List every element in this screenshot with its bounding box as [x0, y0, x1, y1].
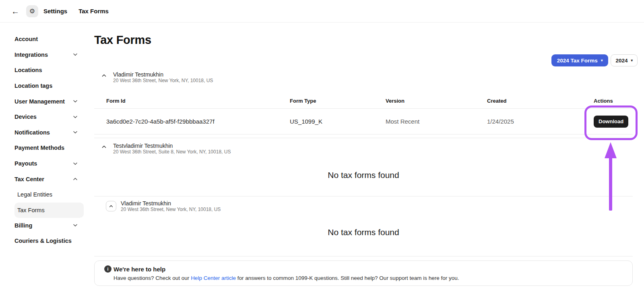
- year-select-value: 2024: [615, 58, 627, 64]
- sidebar-item-locations[interactable]: Locations: [14, 62, 84, 78]
- sidebar-item-label: Billing: [14, 222, 32, 229]
- sidebar-item-label: Location tags: [14, 83, 52, 89]
- help-body: Have questions? Check out our Help Cente…: [104, 275, 623, 281]
- column-header-form-id: Form Id: [94, 98, 290, 104]
- chevron-down-icon: [73, 131, 77, 134]
- info-icon: i: [104, 265, 111, 273]
- cell-created: 1/24/2025: [487, 118, 594, 125]
- help-body-suffix: for answers to common 1099-K questions. …: [236, 275, 459, 281]
- gear-icon: ⚙: [29, 8, 35, 14]
- sidebar-item-label: Devices: [14, 114, 37, 120]
- entity-section-1: Vladimir Testmukhin 20 West 36th Street,…: [94, 72, 633, 134]
- sidebar-item-user-management[interactable]: User Management: [14, 93, 84, 109]
- column-header-actions: Actions: [594, 98, 633, 104]
- year-select[interactable]: 2024 ▾: [611, 54, 638, 66]
- sidebar-item-label: Notifications: [14, 129, 50, 136]
- sidebar-item-label: Tax Center: [14, 176, 44, 182]
- year-controls: 2024 Tax Forms ▾ 2024 ▾: [551, 54, 638, 66]
- sidebar-item-payouts[interactable]: Payouts: [14, 156, 84, 172]
- sidebar-item-label: Tax Forms: [17, 207, 45, 213]
- sidebar-item-legal-entities[interactable]: Legal Entities: [14, 187, 84, 203]
- collapse-chevron-up-icon[interactable]: [102, 74, 106, 84]
- topbar: ← ⚙ Settings Tax Forms: [0, 0, 644, 23]
- entity-header: Testvladimir Testmukhin 20 West 36th Str…: [102, 143, 633, 155]
- back-arrow-icon[interactable]: ←: [11, 7, 19, 15]
- cell-form-type: US_1099_K: [290, 118, 386, 125]
- entity-address: 20 West 36th Street, Suite 8, New York, …: [113, 149, 231, 155]
- no-tax-forms-message: No tax forms found: [94, 228, 633, 256]
- settings-gear-button[interactable]: ⚙: [26, 5, 38, 17]
- entity-name: Vladimir Testmukhin: [113, 72, 213, 78]
- year-tax-forms-label: 2024 Tax Forms: [557, 58, 598, 64]
- collapse-chevron-up-icon[interactable]: [102, 145, 106, 155]
- help-box: i We're here to help Have questions? Che…: [94, 261, 633, 286]
- sidebar-item-account[interactable]: Account: [14, 31, 84, 47]
- table-row: 3a6cd0e2-7c20-4a5b-af5f-f29bbbaa327f US_…: [94, 109, 633, 134]
- entity-section-2: Testvladimir Testmukhin 20 West 36th Str…: [94, 138, 633, 196]
- caret-down-icon: ▾: [601, 59, 603, 62]
- chevron-down-icon: [73, 224, 77, 227]
- entity-name: Vladimir Testmukhin: [121, 201, 221, 207]
- breadcrumb-tax-forms[interactable]: Tax Forms: [78, 8, 109, 14]
- year-tax-forms-button[interactable]: 2024 Tax Forms ▾: [551, 54, 609, 66]
- sidebar-item-label: Locations: [14, 67, 42, 73]
- sidebar-item-notifications[interactable]: Notifications: [14, 125, 84, 141]
- entity-header: Vladimir Testmukhin 20 West 36th Street,…: [102, 201, 633, 213]
- sidebar-item-tax-forms[interactable]: Tax Forms: [14, 203, 84, 218]
- sidebar-item-label: Payment Methods: [14, 145, 64, 151]
- cell-actions: Download: [594, 116, 633, 128]
- help-center-link[interactable]: Help Center article: [191, 275, 236, 281]
- sidebar-item-label: User Management: [14, 98, 65, 105]
- help-title: We're here to help: [114, 266, 165, 273]
- caret-down-icon: ▾: [631, 59, 633, 62]
- main-content: Tax Forms 2024 Tax Forms ▾ 2024 ▾ Vladim…: [94, 23, 644, 302]
- help-body-prefix: Have questions? Check out our: [114, 275, 191, 281]
- column-header-created: Created: [487, 98, 594, 104]
- chevron-down-icon: [73, 162, 77, 165]
- sidebar-item-label: Integrations: [14, 52, 48, 58]
- sidebar-item-label: Account: [14, 36, 38, 42]
- sidebar-item-devices[interactable]: Devices: [14, 109, 84, 125]
- sidebar-item-tax-center[interactable]: Tax Center: [14, 171, 84, 187]
- sidebar-item-label: Payouts: [14, 160, 37, 167]
- sidebar-item-label: Couriers & Logistics: [14, 238, 72, 244]
- sidebar-item-payment-methods[interactable]: Payment Methods: [14, 140, 84, 156]
- sidebar-item-billing[interactable]: Billing: [14, 218, 84, 234]
- chevron-down-icon: [73, 53, 77, 56]
- divider: [94, 256, 633, 256]
- page-title: Tax Forms: [94, 32, 633, 48]
- download-button[interactable]: Download: [594, 116, 628, 128]
- chevron-down-icon: [73, 100, 77, 103]
- table-header-row: Form Id Form Type Version Created Action…: [94, 93, 633, 109]
- tax-forms-table: Form Id Form Type Version Created Action…: [94, 93, 633, 134]
- collapse-chevron-button[interactable]: [106, 201, 116, 211]
- chevron-up-icon: [73, 178, 77, 180]
- sidebar-item-integrations[interactable]: Integrations: [14, 47, 84, 63]
- cell-version: Most Recent: [386, 118, 487, 125]
- sidebar-item-label: Legal Entities: [17, 191, 52, 198]
- entity-section-3: Vladimir Testmukhin 20 West 36th Street,…: [94, 196, 633, 256]
- entity-header: Vladimir Testmukhin 20 West 36th Street,…: [102, 72, 633, 84]
- no-tax-forms-message: No tax forms found: [94, 170, 633, 196]
- chevron-down-icon: [73, 116, 77, 118]
- entity-name: Testvladimir Testmukhin: [113, 143, 231, 149]
- column-header-version: Version: [386, 98, 487, 104]
- entity-address: 20 West 36th Street, New York, NY, 10018…: [121, 207, 221, 213]
- entity-address: 20 West 36th Street, New York, NY, 10018…: [113, 78, 213, 84]
- sidebar-item-couriers-logistics[interactable]: Couriers & Logistics: [14, 233, 84, 249]
- column-header-form-type: Form Type: [290, 98, 386, 104]
- sidebar-item-location-tags[interactable]: Location tags: [14, 78, 84, 94]
- breadcrumb-settings[interactable]: Settings: [43, 8, 67, 14]
- settings-sidebar: Account Integrations Locations Location …: [0, 23, 94, 302]
- cell-form-id: 3a6cd0e2-7c20-4a5b-af5f-f29bbbaa327f: [94, 118, 290, 125]
